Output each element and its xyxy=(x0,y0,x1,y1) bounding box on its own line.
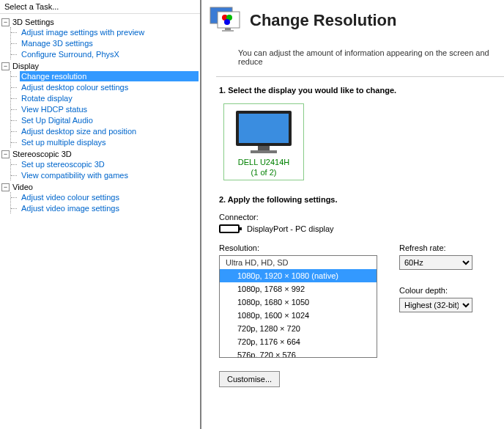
svg-rect-9 xyxy=(258,146,270,150)
task-tree: −3D Settings Adjust image settings with … xyxy=(0,14,200,218)
tree-item-hdcp[interactable]: View HDCP status xyxy=(20,104,199,114)
tree-item-desktop-colour[interactable]: Adjust desktop colour settings xyxy=(20,82,199,92)
page-title: Change Resolution xyxy=(250,11,396,30)
tree-item-compat-games[interactable]: View compatibility with games xyxy=(20,170,199,180)
content-pane: Change Resolution You can adjust the amo… xyxy=(201,0,504,429)
tree-toggle-display[interactable]: − xyxy=(1,62,10,70)
tree-item-surround[interactable]: Configure Surround, PhysX xyxy=(20,49,199,59)
resolution-listbox[interactable]: Ultra HD, HD, SD 1080p, 1920 × 1080 (nat… xyxy=(219,255,377,358)
connector-value: DisplayPort - PC display xyxy=(247,224,334,233)
depth-label: Colour depth: xyxy=(399,286,472,295)
depth-select[interactable]: Highest (32-bit) xyxy=(399,298,472,312)
customise-button[interactable]: Customise... xyxy=(219,371,280,387)
list-group-uhd: Ultra HD, HD, SD xyxy=(220,256,377,269)
tree-item-rotate[interactable]: Rotate display xyxy=(20,93,199,103)
tree-item-video-image[interactable]: Adjust video image settings xyxy=(20,203,199,213)
tree-toggle-3d[interactable]: − xyxy=(1,18,10,26)
list-item-1[interactable]: 1080p, 1768 × 992 xyxy=(220,282,377,296)
page-description: You can adjust the amount of information… xyxy=(201,44,504,76)
list-item-5[interactable]: 720p, 1176 × 664 xyxy=(220,335,377,348)
monitor-rgb-icon xyxy=(209,6,242,35)
tree-item-setup-stereo[interactable]: Set up stereoscopic 3D xyxy=(20,159,199,169)
monitor-icon xyxy=(231,108,296,156)
tree-item-digital-audio[interactable]: Set Up Digital Audio xyxy=(20,115,199,125)
refresh-select[interactable]: 60Hz xyxy=(399,255,472,270)
tree-item-desktop-size[interactable]: Adjust desktop size and position xyxy=(20,126,199,136)
tree-toggle-video[interactable]: − xyxy=(1,183,10,191)
tree-label-video[interactable]: Video xyxy=(12,183,33,191)
tree-label-3d[interactable]: 3D Settings xyxy=(12,18,54,26)
sidebar: Select a Task... −3D Settings Adjust ima… xyxy=(0,0,201,429)
tree-item-change-resolution[interactable]: Change resolution xyxy=(20,71,199,81)
svg-rect-5 xyxy=(225,28,231,30)
tree-item-manage-3d[interactable]: Manage 3D settings xyxy=(20,38,199,48)
monitor-index: (1 of 2) xyxy=(231,168,296,177)
monitor-selector[interactable]: DELL U2414H (1 of 2) xyxy=(223,103,304,180)
tree-toggle-stereo[interactable]: − xyxy=(1,150,10,158)
list-item-4[interactable]: 720p, 1280 × 720 xyxy=(220,322,377,335)
tree-item-adjust-image[interactable]: Adjust image settings with preview xyxy=(20,27,199,37)
tree-label-display[interactable]: Display xyxy=(12,62,39,70)
tree-label-stereo[interactable]: Stereoscopic 3D xyxy=(12,150,72,158)
tree-item-video-colour[interactable]: Adjust video colour settings xyxy=(20,192,199,202)
list-item-3[interactable]: 1080p, 1600 × 1024 xyxy=(220,309,377,322)
displayport-icon xyxy=(219,224,240,233)
tree-item-multiple-displays[interactable]: Set up multiple displays xyxy=(20,137,199,147)
list-item-0[interactable]: 1080p, 1920 × 1080 (native) xyxy=(220,269,377,282)
svg-rect-6 xyxy=(222,30,234,32)
resolution-label: Resolution: xyxy=(219,243,377,252)
list-item-2[interactable]: 1080p, 1680 × 1050 xyxy=(220,296,377,309)
svg-point-4 xyxy=(224,19,230,25)
sidebar-header: Select a Task... xyxy=(0,0,200,14)
step1-heading: 1. Select the display you would like to … xyxy=(219,86,489,95)
monitor-name: DELL U2414H xyxy=(231,158,296,166)
svg-rect-10 xyxy=(251,150,277,153)
connector-label: Connector: xyxy=(219,213,489,221)
step2-heading: 2. Apply the following settings. xyxy=(219,195,489,204)
list-item-6[interactable]: 576p, 720 × 576 xyxy=(220,348,377,358)
svg-rect-8 xyxy=(239,114,289,143)
refresh-label: Refresh rate: xyxy=(399,243,472,252)
